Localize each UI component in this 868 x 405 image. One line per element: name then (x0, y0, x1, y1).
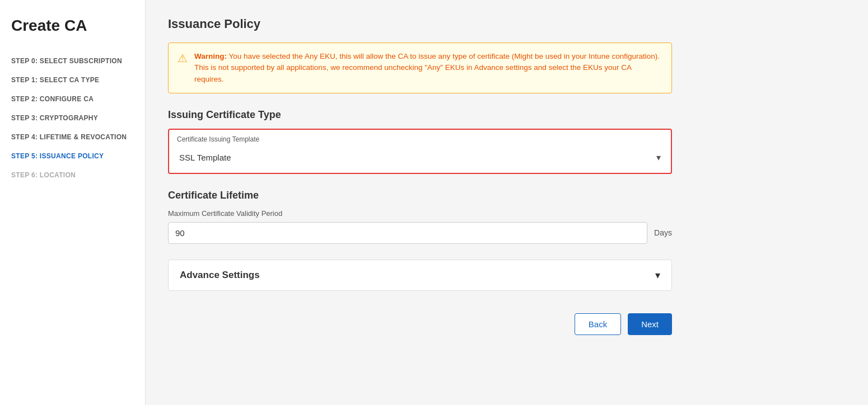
main-content: Issuance Policy ⚠ Warning: You have sele… (146, 0, 868, 405)
advance-settings-box: Advance Settings ▾ (168, 260, 672, 291)
app-title: Create CA (11, 17, 134, 35)
validity-input[interactable] (168, 222, 647, 244)
template-select-value: SSL Template (179, 153, 231, 162)
advance-settings-title: Advance Settings (180, 270, 260, 281)
footer-buttons: Back Next (168, 308, 672, 335)
template-label: Certificate Issuing Template (177, 135, 663, 143)
sidebar-item-step4[interactable]: STEP 4: LIFETIME & REVOCATION (11, 128, 134, 147)
sidebar-item-step1[interactable]: STEP 1: SELECT CA TYPE (11, 70, 134, 90)
sidebar-item-step5[interactable]: STEP 5: ISSUANCE POLICY (11, 147, 134, 166)
certificate-template-box: Certificate Issuing Template SSL Templat… (168, 129, 672, 174)
warning-icon: ⚠ (178, 51, 188, 65)
warning-box: ⚠ Warning: You have selected the Any EKU… (168, 43, 672, 93)
lifetime-section-title: Certificate Lifetime (168, 190, 846, 201)
validity-unit: Days (654, 228, 672, 237)
sidebar-item-step3[interactable]: STEP 3: CRYPTOGRAPHY (11, 109, 134, 128)
chevron-down-icon: ▾ (655, 269, 660, 281)
sidebar: Create CA STEP 0: SELECT SUBSCRIPTION ST… (0, 0, 146, 405)
template-select[interactable]: SSL Template ▾ (177, 148, 663, 167)
warning-text: Warning: You have selected the Any EKU, … (194, 51, 662, 85)
sidebar-item-step6: STEP 6: LOCATION (11, 166, 134, 185)
next-button[interactable]: Next (628, 313, 672, 335)
validity-row: Days (168, 222, 672, 244)
sidebar-item-step2[interactable]: STEP 2: CONFIGURE CA (11, 90, 134, 109)
issuing-section-title: Issuing Certificate Type (168, 109, 846, 121)
validity-label: Maximum Certificate Validity Period (168, 209, 846, 218)
page-title: Issuance Policy (168, 17, 846, 31)
advance-settings-toggle[interactable]: Advance Settings ▾ (169, 260, 671, 290)
cert-lifetime-section: Certificate Lifetime Maximum Certificate… (168, 190, 846, 244)
back-button[interactable]: Back (575, 313, 621, 335)
dropdown-arrow-icon: ▾ (656, 152, 661, 163)
steps-list: STEP 0: SELECT SUBSCRIPTION STEP 1: SELE… (11, 51, 134, 185)
sidebar-item-step0[interactable]: STEP 0: SELECT SUBSCRIPTION (11, 51, 134, 70)
